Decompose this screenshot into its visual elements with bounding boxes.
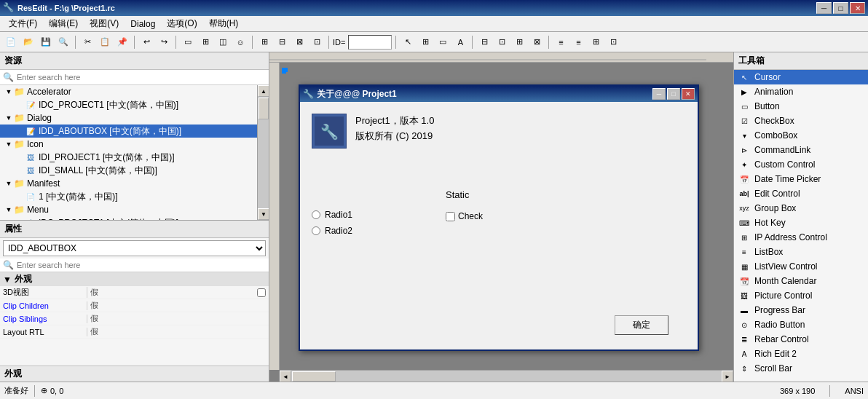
radio1-dot[interactable] [312, 210, 320, 219]
toolbar-b2[interactable]: ⊞ [197, 34, 213, 50]
toolbar-redo[interactable]: ↪ [156, 34, 172, 50]
prop-val-clipchildren: 假 [87, 300, 101, 311]
dialog-check-input[interactable] [446, 212, 455, 221]
menu-file[interactable]: 文件(F) [3, 16, 43, 31]
resource-tree-vscrollbar[interactable]: ▲ ▼ [257, 85, 269, 220]
toolbar-new[interactable]: 📄 [3, 34, 19, 50]
hscroll-thumb[interactable] [292, 371, 336, 382]
toolbar-s2[interactable]: ≡ [570, 34, 586, 50]
properties-selector[interactable]: IDD_ABOUTBOX [3, 240, 266, 256]
menu-options[interactable]: 选项(O) [161, 16, 202, 31]
toolbar-r2[interactable]: ⊡ [494, 34, 510, 50]
maximize-button[interactable]: □ [833, 2, 848, 14]
tree-item-idc-project1[interactable]: 📝 IDC_PROJECT1 [中文(简体，中国)] [0, 98, 257, 111]
toolbox-label-scrollbar: Scroll Bar [754, 363, 792, 374]
dialog-ok-button[interactable]: 确定 [615, 315, 668, 335]
toolbar-grid[interactable]: ⊞ [417, 34, 433, 50]
handle-br[interactable] [283, 68, 286, 72]
hscroll-track[interactable] [291, 371, 722, 382]
tree-item-accelerator-group[interactable]: ▼ 📁 Accelerator [0, 85, 257, 98]
dialog-close-btn[interactable]: ✕ [682, 88, 695, 100]
toolbox-item-cursor[interactable]: ↖ Cursor [734, 70, 868, 84]
toolbox-item-hotkey[interactable]: ⌨ Hot Key [734, 216, 868, 230]
toolbar-r4[interactable]: ⊠ [529, 34, 545, 50]
menu-view[interactable]: 视图(V) [84, 16, 125, 31]
toolbar-save[interactable]: 💾 [38, 34, 54, 50]
toolbar-align2[interactable]: ⊟ [274, 34, 290, 50]
tree-item-menu-group[interactable]: ▼ 📁 Menu [0, 203, 257, 216]
tree-item-idi-project1[interactable]: 🖼 IDI_PROJECT1 [中文(简体，中国)] [0, 151, 257, 164]
toolbar-paste[interactable]: 📌 [114, 34, 130, 50]
toolbar-find[interactable]: 🔍 [55, 34, 71, 50]
vscroll-down-btn[interactable]: ▼ [258, 208, 269, 220]
close-button[interactable]: ✕ [850, 2, 865, 14]
toolbar-id-input[interactable] [348, 35, 392, 50]
toolbar-s3[interactable]: ⊞ [588, 34, 604, 50]
toolbar-align1[interactable]: ⊞ [256, 34, 272, 50]
toolbar-align3[interactable]: ⊠ [291, 34, 307, 50]
toolbox-item-progressbar[interactable]: ▬ Progress Bar [734, 303, 868, 317]
toolbar-txt[interactable]: A [452, 34, 468, 50]
tree-item-dialog-group[interactable]: ▼ 📁 Dialog [0, 111, 257, 125]
toolbox-item-radiobutton[interactable]: ⊙ Radio Button [734, 317, 868, 332]
tree-item-manifest-1[interactable]: 📄 1 [中文(简体，中国)] [0, 190, 257, 203]
tree-item-manifest-group[interactable]: ▼ 📁 Manifest [0, 177, 257, 190]
toolbar-open[interactable]: 📂 [20, 34, 36, 50]
tree-item-idi-small[interactable]: 🖼 IDI_SMALL [中文(简体，中国)] [0, 164, 257, 177]
toolbox-item-rebarcontrol[interactable]: ≣ Rebar Control [734, 332, 868, 347]
toolbox-item-listbox[interactable]: ≡ ListBox [734, 245, 868, 259]
vscroll-thumb[interactable] [259, 98, 269, 119]
menu-dialog[interactable]: Dialog [125, 17, 161, 31]
tree-item-idd-aboutbox[interactable]: 📝 IDD_ABOUTBOX [中文(简体，中国)] [0, 125, 257, 138]
toolbox-item-editcontrol[interactable]: ab| Edit Control [734, 186, 868, 201]
toolbox-item-ipaddress[interactable]: ⊞ IP Address Control [734, 230, 868, 245]
toolbar-b4[interactable]: ☺ [232, 34, 248, 50]
minimize-button[interactable]: ─ [816, 2, 832, 14]
toolbar-r3[interactable]: ⊞ [511, 34, 527, 50]
vscroll-up-btn[interactable]: ▲ [258, 85, 269, 97]
toolbar-s4[interactable]: ⊡ [605, 34, 621, 50]
properties-panel: 属性 IDD_ABOUTBOX 🔍 ▼ 外观 3D视图 假 Cli [0, 220, 269, 366]
toolbar-b3[interactable]: ◫ [215, 34, 231, 50]
menu-edit[interactable]: 编辑(E) [43, 16, 84, 31]
tree-item-icon-group[interactable]: ▼ 📁 Icon [0, 138, 257, 151]
toolbox-item-monthcalendar[interactable]: 📆 Month Calendar [734, 274, 868, 288]
resource-search-input[interactable] [17, 73, 266, 82]
toolbox-item-datetimepicker[interactable]: 📅 Date Time Picker [734, 172, 868, 186]
h-scrollbar: ◄ ► [280, 370, 733, 382]
dialog-minimize-btn[interactable]: ─ [652, 88, 666, 100]
toolbox-item-commandlink[interactable]: ⊳ CommandLink [734, 143, 868, 157]
toolbox-item-combobox[interactable]: ▾ ComboBox [734, 128, 868, 143]
status-bar: 准备好 ⊕ 0, 0 369 x 190 ANSI [0, 382, 868, 399]
toolbox-item-groupbox[interactable]: xyz Group Box [734, 201, 868, 216]
hscroll-left-btn[interactable]: ◄ [280, 371, 291, 382]
main-area: 资源 🔍 ▼ 📁 Accelerator 📝 IDC_PROJECT1 [中文(… [0, 52, 868, 382]
toolbar-s1[interactable]: ≡ [553, 34, 569, 50]
toolbar-r1[interactable]: ⊟ [476, 34, 492, 50]
prop-checkbox-3d[interactable] [257, 288, 266, 297]
toolbox-item-checkbox[interactable]: ☑ CheckBox [734, 114, 868, 128]
dialog-maximize-btn[interactable]: □ [667, 88, 680, 100]
toolbar-align4[interactable]: ⊡ [309, 34, 325, 50]
editor-area[interactable]: 🔧 关于@@@ Project1 ─ □ ✕ 🔧 [269, 52, 733, 382]
toolbox-item-picturecontrol[interactable]: 🖼 Picture Control [734, 288, 868, 303]
toolbar-undo[interactable]: ↩ [138, 34, 154, 50]
toolbox-item-customcontrol[interactable]: ✦ Custom Control [734, 157, 868, 172]
properties-section-appearance[interactable]: ▼ 外观 [0, 272, 269, 286]
toolbar-arrow[interactable]: ↖ [400, 34, 416, 50]
toolbox-item-animation[interactable]: ▶ Animation [734, 84, 868, 99]
ruler-svg [269, 52, 733, 63]
toolbox-item-button[interactable]: ▭ Button [734, 99, 868, 114]
toolbox-item-listview[interactable]: ▦ ListView Control [734, 259, 868, 274]
toolbar-copy[interactable]: 📋 [97, 34, 113, 50]
toolbar-rect[interactable]: ▭ [435, 34, 451, 50]
properties-search-input[interactable] [17, 261, 266, 269]
vscroll-track[interactable] [258, 97, 269, 208]
menu-help[interactable]: 帮助(H) [203, 16, 245, 31]
radio2-dot[interactable] [312, 226, 320, 235]
toolbar-cut[interactable]: ✂ [79, 34, 95, 50]
toolbox-item-scrollbar[interactable]: ⇕ Scroll Bar [734, 361, 868, 376]
toolbar-b1[interactable]: ▭ [180, 34, 196, 50]
toolbox-item-richedit2[interactable]: A Rich Edit 2 [734, 347, 868, 361]
hscroll-right-btn[interactable]: ► [722, 371, 733, 382]
